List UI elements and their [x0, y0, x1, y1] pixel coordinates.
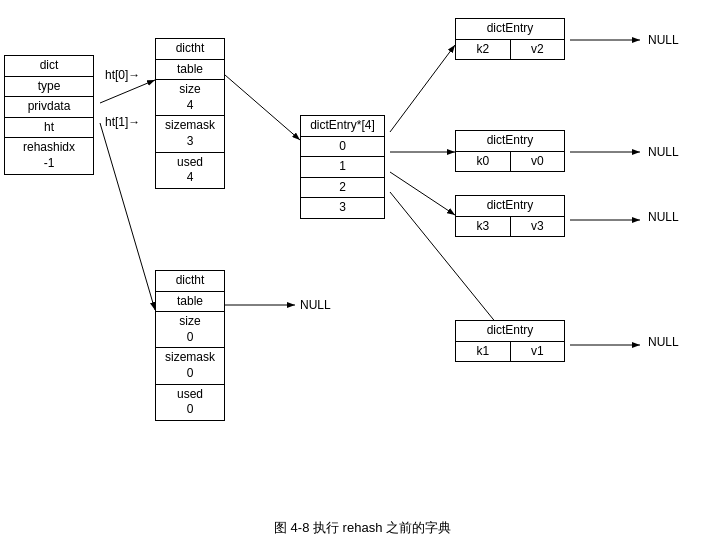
dictht-top-size: size4 [156, 80, 224, 116]
dictht-top-box: dictht table size4 sizemask3 used4 [155, 38, 225, 189]
dictht-bottom-used: used0 [156, 385, 224, 420]
ht0-label: ht[0]→ [105, 68, 140, 82]
figure-caption: 图 4-8 执行 rehash 之前的字典 [274, 519, 451, 537]
dict-box: dict type privdata ht rehashidx-1 [4, 55, 94, 175]
dictentry-k0v0-box: dictEntry k0 v0 [455, 130, 565, 172]
dictentry-k3v3-box: dictEntry k3 v3 [455, 195, 565, 237]
dictht-bottom-box: dictht table size0 sizemask0 used0 [155, 270, 225, 421]
dictht-top-used: used4 [156, 153, 224, 188]
dictentry-k3v3-title: dictEntry [456, 196, 564, 217]
ht1-label: ht[1]→ [105, 115, 140, 129]
diagram: dict type privdata ht rehashidx-1 ht[0]→… [0, 0, 725, 547]
dictht-bottom-sizemask: sizemask0 [156, 348, 224, 384]
dictentry-array-title: dictEntry*[4] [301, 116, 384, 137]
dictht-top-table: table [156, 60, 224, 81]
dictentry-k1v1-title: dictEntry [456, 321, 564, 342]
svg-line-4 [390, 45, 455, 132]
arrows-svg [0, 0, 725, 547]
dictentry-k0v0-v: v0 [511, 152, 565, 172]
dictentry-k2v2-box: dictEntry k2 v2 [455, 18, 565, 60]
dictentry-k1v1-k: k1 [456, 342, 511, 362]
dictentry-array-0: 0 [301, 137, 384, 158]
null-bottom-table: NULL [300, 298, 331, 312]
svg-line-3 [225, 75, 300, 140]
null-k0v0: NULL [648, 145, 679, 159]
dictentry-k1v1-box: dictEntry k1 v1 [455, 320, 565, 362]
dictentry-array-3: 3 [301, 198, 384, 218]
dict-ht: ht [5, 118, 93, 139]
dict-type: type [5, 77, 93, 98]
dict-rehashidx: rehashidx-1 [5, 138, 93, 173]
dict-title: dict [5, 56, 93, 77]
null-k2v2: NULL [648, 33, 679, 47]
dictentry-k3v3-v: v3 [511, 217, 565, 237]
dictht-bottom-size: size0 [156, 312, 224, 348]
dictht-bottom-table: table [156, 292, 224, 313]
null-k1v1: NULL [648, 335, 679, 349]
svg-line-6 [390, 172, 455, 215]
dictentry-array-2: 2 [301, 178, 384, 199]
svg-line-2 [100, 123, 155, 310]
dict-privdata: privdata [5, 97, 93, 118]
dictentry-k0v0-k: k0 [456, 152, 511, 172]
dictentry-k2v2-title: dictEntry [456, 19, 564, 40]
dictentry-array-box: dictEntry*[4] 0 1 2 3 [300, 115, 385, 219]
dictentry-k2v2-k: k2 [456, 40, 511, 60]
null-k3v3: NULL [648, 210, 679, 224]
dictentry-array-1: 1 [301, 157, 384, 178]
dictentry-k0v0-title: dictEntry [456, 131, 564, 152]
svg-line-1 [100, 80, 155, 103]
dictht-top-title: dictht [156, 39, 224, 60]
dictht-bottom-title: dictht [156, 271, 224, 292]
dictht-top-sizemask: sizemask3 [156, 116, 224, 152]
dictentry-k2v2-v: v2 [511, 40, 565, 60]
dictentry-k1v1-v: v1 [511, 342, 565, 362]
dictentry-k3v3-k: k3 [456, 217, 511, 237]
